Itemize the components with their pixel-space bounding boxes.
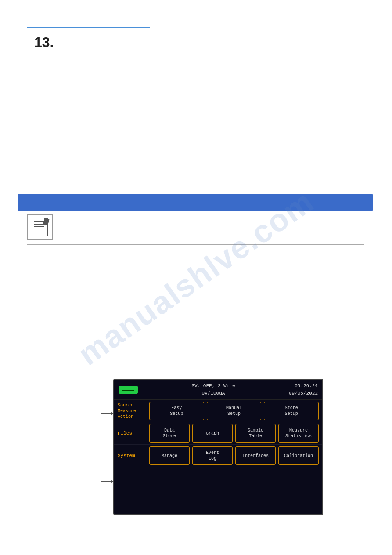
- system-row: System Manage EventLog Interfaces Calibr…: [114, 445, 322, 467]
- power-button[interactable]: ▬▬▬: [119, 386, 138, 394]
- measure-statistics-button[interactable]: MeasureStatistics: [278, 424, 319, 443]
- header-right: 09:29:24 09/05/2022: [289, 382, 318, 397]
- device-screen: ▬▬▬ SV: OFF, 2 Wire 0V/100uA 09:29:24 09…: [113, 379, 323, 515]
- note-icon-inner: [32, 218, 48, 237]
- files-label: Files: [118, 431, 149, 436]
- source-mode: SV: OFF, 2 Wire: [191, 383, 235, 388]
- calibration-button[interactable]: Calibration: [278, 446, 319, 465]
- source-measure-row: Source Measure Action EasySetup ManualSe…: [114, 400, 322, 422]
- arrow-source-measure: [101, 413, 113, 414]
- arrow-system: [101, 481, 113, 482]
- note-line-1: [34, 221, 44, 222]
- source-measure-label: Source Measure Action: [118, 403, 149, 420]
- sample-table-button[interactable]: SampleTable: [235, 424, 276, 443]
- header-center: SV: OFF, 2 Wire 0V/100uA: [191, 382, 235, 397]
- device-header: ▬▬▬ SV: OFF, 2 Wire 0V/100uA 09:29:24 09…: [114, 380, 322, 400]
- note-icon: [27, 214, 53, 240]
- files-row: Files DataStore Graph SampleTable Measur…: [114, 422, 322, 445]
- data-store-button[interactable]: DataStore: [149, 424, 190, 443]
- manage-button[interactable]: Manage: [149, 446, 190, 465]
- note-line-3: [34, 226, 44, 227]
- chapter-number: 13.: [34, 34, 54, 51]
- interfaces-button[interactable]: Interfaces: [235, 446, 276, 465]
- bottom-rule: [27, 525, 364, 525]
- source-measure-buttons: EasySetup ManualSetup StoreSetup: [149, 402, 319, 420]
- files-buttons: DataStore Graph SampleTable MeasureStati…: [149, 424, 319, 443]
- event-log-button[interactable]: EventLog: [192, 446, 233, 465]
- device-date: 09/05/2022: [289, 391, 318, 396]
- measure-range: 0V/100uA: [202, 391, 225, 396]
- system-buttons: Manage EventLog Interfaces Calibration: [149, 446, 319, 465]
- note-line-2: [34, 224, 44, 225]
- device-time: 09:29:24: [295, 383, 318, 388]
- store-setup-button[interactable]: StoreSetup: [264, 402, 319, 420]
- manual-setup-button[interactable]: ManualSetup: [207, 402, 262, 420]
- top-rule: [27, 27, 150, 28]
- system-label: System: [118, 453, 149, 458]
- blue-banner: [18, 194, 373, 211]
- graph-button[interactable]: Graph: [192, 424, 233, 443]
- watermark-text: manualshlve.com: [72, 183, 320, 372]
- note-rule: [27, 244, 364, 245]
- easy-setup-button[interactable]: EasySetup: [149, 402, 204, 420]
- note-lines: [34, 221, 44, 229]
